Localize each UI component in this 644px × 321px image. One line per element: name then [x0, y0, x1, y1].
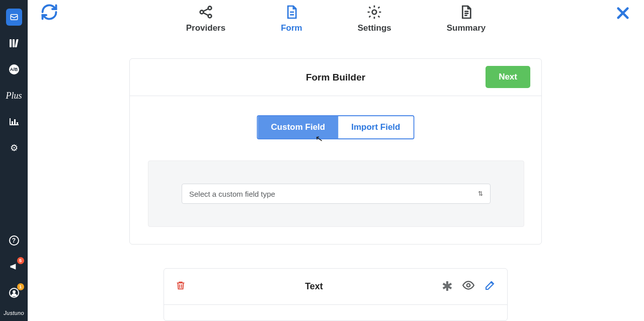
plus-icon: Plus	[6, 91, 22, 101]
chevron-updown-icon: ⇅	[478, 190, 483, 197]
sidebar-item-account[interactable]: 1	[6, 284, 22, 301]
tab-summary[interactable]: Summary	[447, 4, 486, 33]
tab-providers[interactable]: Providers	[186, 4, 225, 33]
card-header: Form Builder Next	[130, 59, 541, 96]
trash-icon	[175, 280, 186, 291]
tab-form-label: Form	[281, 23, 302, 33]
field-row-title: Text	[186, 281, 442, 292]
app-sidebar: A/B Plus ⚙ ? 5 1 Justuno	[0, 0, 28, 321]
help-icon: ?	[9, 235, 19, 246]
svg-point-10	[372, 10, 377, 15]
card-title: Form Builder	[306, 72, 365, 83]
announce-badge: 5	[17, 257, 24, 264]
tab-form[interactable]: Form	[281, 4, 302, 33]
top-steps: Providers Form Settings Summary	[28, 4, 644, 41]
field-row-header: Text ✱	[164, 269, 507, 305]
delete-field-button[interactable]	[175, 280, 186, 294]
sidebar-item-inbox[interactable]	[6, 9, 22, 26]
ab-icon: A/B	[9, 64, 19, 74]
svg-line-7	[203, 13, 208, 15]
sidebar-item-library[interactable]	[6, 35, 22, 52]
svg-point-4	[208, 7, 212, 10]
sidebar-item-analytics[interactable]	[6, 113, 22, 130]
gear-icon	[366, 4, 382, 20]
field-type-select[interactable]: Select a custom field type ⇅	[182, 184, 491, 204]
custom-field-panel: Select a custom field type ⇅	[148, 160, 524, 227]
account-badge: 1	[17, 283, 24, 290]
svg-point-5	[208, 15, 212, 18]
sidebar-item-settings[interactable]: ⚙	[6, 139, 22, 156]
user-icon	[9, 288, 19, 298]
edit-field-button[interactable]	[484, 279, 496, 294]
field-tab-group: Custom Field Import Field	[257, 115, 415, 139]
svg-point-16	[467, 283, 470, 287]
sidebar-item-help[interactable]: ?	[6, 232, 22, 249]
brand-label: Justuno	[4, 310, 24, 316]
books-icon	[10, 39, 19, 47]
sidebar-item-plus[interactable]: Plus	[6, 87, 22, 104]
file-icon	[283, 4, 299, 20]
tab-settings-label: Settings	[358, 23, 391, 33]
next-button[interactable]: Next	[486, 66, 530, 88]
form-builder-card: Form Builder Next Custom Field Import Fi…	[129, 58, 542, 245]
visibility-toggle[interactable]	[462, 279, 475, 295]
chart-icon	[10, 118, 19, 125]
tab-summary-label: Summary	[447, 23, 486, 33]
sidebar-item-announcements[interactable]: 5	[6, 258, 22, 275]
svg-line-6	[203, 9, 208, 11]
sidebar-item-ab-test[interactable]: A/B	[6, 61, 22, 78]
field-row-text: Text ✱	[164, 268, 508, 321]
tab-settings[interactable]: Settings	[358, 4, 391, 33]
gear-icon: ⚙	[10, 142, 18, 153]
tab-custom-field[interactable]: Custom Field	[258, 116, 339, 138]
svg-point-3	[200, 11, 204, 14]
tab-import-field[interactable]: Import Field	[338, 116, 413, 138]
summary-icon	[458, 4, 474, 20]
tab-providers-label: Providers	[186, 23, 225, 33]
eye-icon	[462, 279, 475, 292]
asterisk-icon: ✱	[442, 279, 453, 294]
edit-icon	[484, 279, 496, 291]
select-placeholder: Select a custom field type	[189, 190, 275, 198]
required-toggle[interactable]: ✱	[442, 279, 453, 294]
megaphone-icon	[9, 262, 19, 272]
share-icon	[198, 4, 214, 20]
svg-rect-0	[11, 15, 18, 20]
